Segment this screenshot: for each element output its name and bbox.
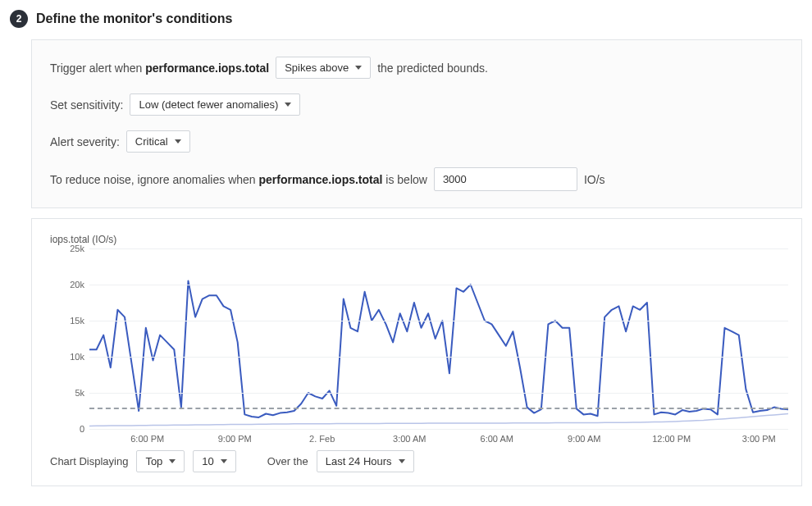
y-tick-label: 20k bbox=[70, 280, 84, 289]
x-tick-label: 9:00 PM bbox=[218, 434, 252, 444]
noise-pre-text: To reduce noise, ignore anomalies when p… bbox=[50, 173, 427, 186]
caret-down-icon bbox=[355, 66, 362, 70]
severity-dropdown[interactable]: Critical bbox=[126, 130, 190, 153]
plot-area bbox=[89, 248, 788, 429]
conditions-panel: Trigger alert when performance.iops.tota… bbox=[31, 39, 802, 208]
trigger-row: Trigger alert when performance.iops.tota… bbox=[50, 57, 783, 79]
range-dropdown[interactable]: Last 24 Hours bbox=[317, 450, 414, 472]
chart-axis-title: iops.total (IO/s) bbox=[50, 234, 783, 245]
x-tick-label: 2. Feb bbox=[309, 434, 335, 444]
count-dropdown[interactable]: 10 bbox=[193, 450, 235, 472]
sensitivity-label: Set sensitivity: bbox=[50, 98, 123, 112]
x-tick-label: 6:00 PM bbox=[130, 434, 164, 444]
chart-panel: iops.total (IO/s) 05k10k15k20k25k6:00 PM… bbox=[31, 218, 802, 486]
x-tick-label: 12:00 PM bbox=[652, 434, 691, 444]
severity-row: Alert severity: Critical bbox=[50, 130, 783, 153]
series-svg bbox=[89, 248, 788, 429]
step-badge: 2 bbox=[10, 10, 28, 28]
y-tick-label: 0 bbox=[80, 424, 84, 434]
caret-down-icon bbox=[175, 139, 181, 144]
gridline bbox=[89, 285, 788, 285]
spikes-dropdown-label: Spikes above bbox=[285, 62, 349, 74]
sensitivity-dropdown-label: Low (detect fewer anomalies) bbox=[139, 98, 278, 111]
top-dropdown-label: Top bbox=[145, 455, 162, 467]
x-tick-label: 3:00 AM bbox=[393, 434, 426, 444]
sensitivity-dropdown[interactable]: Low (detect fewer anomalies) bbox=[130, 93, 300, 116]
x-tick-label: 9:00 AM bbox=[568, 434, 600, 444]
over-label: Over the bbox=[267, 455, 308, 467]
section-header: 2 Define the monitor's conditions bbox=[10, 10, 802, 28]
gridline bbox=[89, 321, 788, 321]
y-tick-label: 15k bbox=[70, 316, 84, 326]
threshold-unit: IO/s bbox=[584, 173, 605, 186]
top-dropdown[interactable]: Top bbox=[136, 450, 185, 472]
sensitivity-row: Set sensitivity: Low (detect fewer anoma… bbox=[50, 93, 783, 116]
x-tick-label: 3:00 PM bbox=[742, 434, 776, 444]
threshold-line bbox=[89, 408, 788, 409]
trigger-metric: performance.iops.total bbox=[145, 62, 269, 75]
count-dropdown-label: 10 bbox=[202, 455, 213, 467]
chart-controls: Chart Displaying Top 10 Over the Last 24… bbox=[50, 450, 783, 472]
x-tick-label: 6:00 AM bbox=[481, 434, 513, 444]
gridline bbox=[89, 393, 788, 394]
caret-down-icon bbox=[169, 459, 176, 463]
y-tick-label: 25k bbox=[70, 244, 84, 253]
threshold-input[interactable] bbox=[434, 167, 577, 191]
caret-down-icon bbox=[221, 459, 227, 463]
gridline bbox=[89, 429, 788, 430]
caret-down-icon bbox=[399, 459, 405, 463]
noise-metric: performance.iops.total bbox=[259, 173, 383, 186]
range-dropdown-label: Last 24 Hours bbox=[326, 455, 392, 467]
gridline bbox=[89, 248, 788, 249]
series-baseline bbox=[89, 414, 788, 426]
section-title: Define the monitor's conditions bbox=[36, 11, 232, 26]
noise-row: To reduce noise, ignore anomalies when p… bbox=[50, 167, 783, 191]
series-main bbox=[89, 281, 788, 417]
y-tick-label: 5k bbox=[75, 388, 84, 398]
trigger-post-text: the predicted bounds. bbox=[377, 62, 488, 75]
gridline bbox=[89, 357, 788, 358]
chart-area: 05k10k15k20k25k6:00 PM9:00 PM2. Feb3:00 … bbox=[50, 248, 788, 429]
severity-label: Alert severity: bbox=[50, 135, 120, 148]
displaying-label: Chart Displaying bbox=[50, 455, 128, 467]
spikes-dropdown[interactable]: Spikes above bbox=[276, 57, 371, 79]
severity-dropdown-label: Critical bbox=[135, 135, 168, 148]
y-tick-label: 10k bbox=[70, 352, 84, 362]
caret-down-icon bbox=[285, 103, 291, 107]
trigger-pre-text: Trigger alert when performance.iops.tota… bbox=[50, 62, 269, 75]
